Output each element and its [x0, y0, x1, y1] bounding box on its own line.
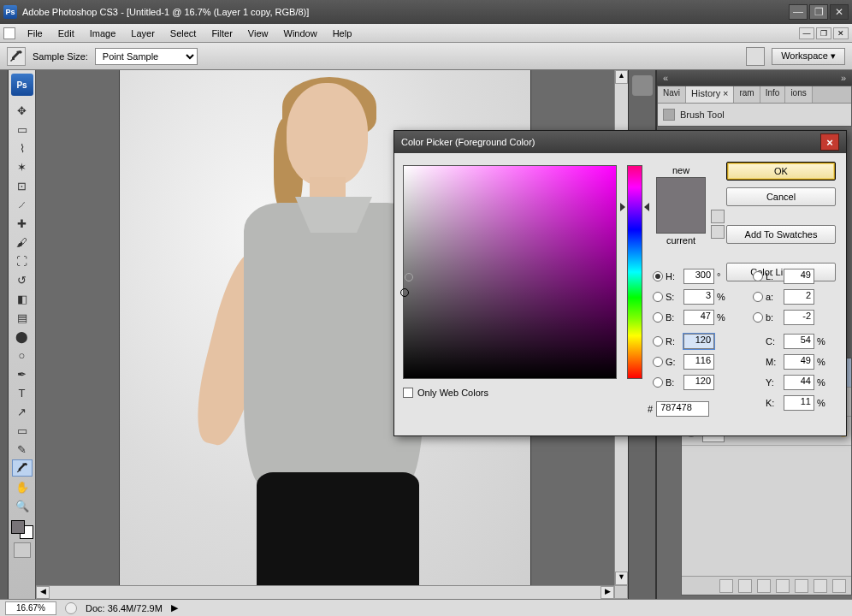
input-bc[interactable]: 120 [683, 375, 714, 390]
palette-well-icon[interactable] [746, 47, 765, 66]
dock-collapse-left-icon[interactable]: « [660, 73, 671, 83]
sample-size-select[interactable]: Point Sample [95, 48, 198, 65]
radio-bc[interactable] [653, 377, 663, 388]
delete-layer-icon[interactable] [832, 579, 846, 593]
dock-collapse-right-icon[interactable]: » [838, 73, 849, 83]
websafe-warning-icon[interactable] [711, 225, 725, 239]
sub-minimize[interactable]: — [799, 27, 814, 39]
radio-b[interactable] [653, 312, 663, 323]
new-color-swatch[interactable] [657, 178, 705, 205]
radio-s[interactable] [653, 292, 663, 302]
only-web-checkbox[interactable] [403, 388, 413, 398]
hue-slider[interactable] [627, 165, 642, 379]
menu-image[interactable]: Image [83, 27, 123, 40]
menu-layer[interactable]: Layer [124, 27, 162, 40]
close-button[interactable]: ✕ [830, 4, 849, 20]
crop-tool[interactable]: ⊡ [12, 177, 33, 194]
heal-tool[interactable]: ✚ [12, 215, 33, 232]
dialog-close-button[interactable]: × [820, 133, 839, 151]
gamut-warning-icon[interactable] [711, 210, 725, 223]
input-r[interactable]: 120 [683, 334, 714, 349]
fg-color-swatch[interactable] [11, 520, 25, 534]
adjustment-layer-icon[interactable] [776, 579, 790, 593]
current-color-swatch[interactable] [657, 205, 705, 233]
tab-histogram[interactable]: ram [734, 86, 760, 103]
dialog-titlebar[interactable]: Color Picker (Foreground Color) × [394, 131, 846, 153]
notes-tool[interactable]: ✎ [12, 441, 33, 458]
workspace-button[interactable]: Workspace ▾ [772, 48, 845, 65]
history-brush-tool[interactable]: ↺ [12, 271, 33, 288]
menu-file[interactable]: File [21, 27, 50, 40]
scroll-right-icon[interactable]: ▶ [601, 586, 614, 599]
hex-input[interactable]: 787478 [656, 401, 709, 417]
add-swatches-button[interactable]: Add To Swatches [726, 225, 836, 244]
input-h[interactable]: 300 [683, 269, 714, 284]
radio-b2[interactable] [753, 312, 763, 323]
menu-filter[interactable]: Filter [204, 27, 239, 40]
blur-tool[interactable]: ⬤ [12, 328, 33, 345]
menu-window[interactable]: Window [277, 27, 324, 40]
path-tool[interactable]: ↗ [12, 403, 33, 420]
radio-l[interactable] [753, 271, 763, 281]
scroll-up-icon[interactable]: ▲ [615, 70, 628, 84]
tab-history[interactable]: History × [686, 86, 734, 103]
group-icon[interactable] [795, 579, 808, 593]
quickmask-button[interactable] [14, 542, 31, 558]
radio-g[interactable] [653, 357, 663, 367]
tab-actions[interactable]: ions [785, 86, 812, 103]
ok-button[interactable]: OK [726, 162, 836, 181]
scroll-down-icon[interactable]: ▼ [615, 572, 628, 585]
color-field[interactable] [403, 165, 617, 379]
minimize-button[interactable]: — [789, 4, 808, 20]
shape-tool[interactable]: ▭ [12, 422, 33, 439]
input-m[interactable]: 49 [784, 354, 814, 370]
sub-restore[interactable]: ❐ [816, 27, 831, 39]
color-swatches[interactable] [11, 520, 33, 539]
status-info-icon[interactable] [65, 602, 77, 614]
brush-tool[interactable]: 🖌 [12, 234, 33, 251]
move-tool[interactable]: ✥ [12, 102, 33, 119]
input-g[interactable]: 116 [683, 354, 714, 370]
menu-select[interactable]: Select [163, 27, 204, 40]
link-layers-icon[interactable] [719, 579, 733, 593]
cancel-button[interactable]: Cancel [726, 187, 836, 206]
dodge-tool[interactable]: ○ [12, 346, 33, 364]
input-c[interactable]: 54 [784, 334, 814, 349]
input-b2[interactable]: -2 [784, 310, 814, 325]
menu-help[interactable]: Help [326, 27, 359, 40]
hand-tool[interactable]: ✋ [12, 478, 33, 495]
gradient-tool[interactable]: ▤ [12, 309, 33, 326]
status-menu-icon[interactable]: ▶ [171, 602, 178, 613]
maximize-button[interactable]: ❐ [809, 4, 828, 20]
tab-info[interactable]: Info [760, 86, 786, 103]
input-b[interactable]: 47 [683, 310, 714, 325]
only-web-colors[interactable]: Only Web Colors [403, 388, 488, 398]
sub-close[interactable]: ✕ [833, 27, 849, 39]
radio-h[interactable] [653, 271, 663, 281]
marquee-tool[interactable]: ▭ [12, 121, 33, 138]
layer-style-icon[interactable] [738, 579, 752, 593]
radio-r[interactable] [653, 336, 663, 346]
lasso-tool[interactable]: ⌇ [12, 139, 33, 157]
horizontal-scrollbar[interactable]: ◀ ▶ [36, 585, 614, 599]
eraser-tool[interactable]: ◧ [12, 290, 33, 307]
type-tool[interactable]: T [12, 384, 33, 401]
input-l[interactable]: 49 [784, 269, 814, 284]
wand-tool[interactable]: ✶ [12, 158, 33, 175]
input-y[interactable]: 44 [784, 375, 814, 390]
stamp-tool[interactable]: ⛶ [12, 252, 33, 270]
history-item[interactable]: Brush Tool [663, 107, 846, 122]
pen-tool[interactable]: ✒ [12, 365, 33, 382]
panel-icon[interactable] [632, 75, 653, 96]
zoom-tool[interactable]: 🔍 [12, 497, 33, 514]
input-s[interactable]: 3 [683, 289, 714, 305]
slice-tool[interactable]: ⟋ [12, 196, 33, 213]
input-k[interactable]: 11 [784, 395, 814, 411]
zoom-field[interactable]: 16.67% [5, 601, 56, 615]
eyedropper-tool[interactable] [12, 459, 33, 477]
layer-mask-icon[interactable] [757, 579, 771, 593]
scroll-left-icon[interactable]: ◀ [36, 586, 50, 599]
radio-a[interactable] [753, 292, 763, 302]
tab-navigator[interactable]: Navi [658, 86, 686, 103]
eyedropper-icon[interactable] [7, 47, 26, 66]
